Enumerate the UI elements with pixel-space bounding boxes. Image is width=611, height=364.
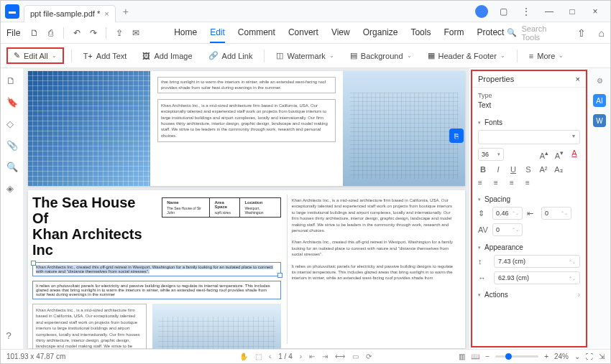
fit-page-icon[interactable]: ▭	[352, 353, 359, 360]
document-canvas[interactable]: that bring sunlight in to warm the inter…	[24, 68, 469, 349]
edit-all-button[interactable]: ✎ Edit All ⌄	[6, 47, 64, 64]
width-input[interactable]: 62.93 (cm)	[494, 271, 580, 284]
line-spacing-input[interactable]: 0.46	[492, 207, 523, 220]
read-mode-icon[interactable]: 📖	[471, 353, 479, 360]
font-family-select[interactable]	[478, 130, 580, 144]
spacing-section[interactable]: Spacing	[478, 192, 580, 207]
align-right-icon[interactable]: ≡	[510, 179, 520, 187]
superscript-button[interactable]: A²	[538, 165, 548, 174]
redo-icon[interactable]: ↷	[86, 26, 100, 40]
close-window-button[interactable]: ×	[587, 6, 603, 17]
header-footer-button[interactable]: ▦ Header & Footer ⌄	[423, 49, 510, 62]
save-icon[interactable]: 🗋	[27, 26, 41, 40]
strike-button[interactable]: S	[523, 165, 533, 174]
add-image-button[interactable]: 🖼 Add Image	[138, 50, 196, 62]
caret-icon[interactable]: ⌄	[574, 353, 580, 360]
copy-badge-icon[interactable]: ⎘	[449, 129, 464, 143]
file-menu[interactable]: File	[6, 28, 20, 38]
actions-section[interactable]: Actions	[478, 291, 508, 299]
text-block[interactable]: Khan Architects Inc., is a mid-sized arc…	[32, 304, 147, 349]
char-spacing-input[interactable]: 0	[492, 223, 523, 236]
search-tools[interactable]: 🔍 Search Tools	[507, 24, 564, 42]
ai-tool-icon[interactable]: AI	[593, 94, 606, 107]
menu-icon[interactable]: ▢	[495, 6, 511, 17]
appearance-section[interactable]: Appearance	[478, 240, 580, 255]
subscript-button[interactable]: A₂	[553, 165, 564, 174]
search-panel-icon[interactable]: 🔍	[6, 162, 18, 173]
add-link-button[interactable]: 🔗 Add Link	[204, 49, 257, 62]
select-tool-icon[interactable]: ⬚	[255, 353, 262, 360]
background-button[interactable]: ▤ Background ⌄	[346, 49, 416, 62]
collapse-icon[interactable]: ⇲	[599, 353, 605, 360]
close-panel-icon[interactable]: ×	[576, 75, 580, 83]
right-column[interactable]: Khan Architects Inc., is a mid-sized arc…	[287, 195, 461, 344]
fit-width-icon[interactable]: ⟷	[335, 353, 345, 360]
text-block[interactable]: It relies on photovoltaic panels for ele…	[32, 281, 281, 299]
italic-button[interactable]: I	[493, 165, 503, 174]
fonts-section[interactable]: Fonts	[478, 115, 580, 130]
tab-tools[interactable]: Tools	[410, 27, 431, 38]
upload-icon[interactable]: ⇧	[577, 27, 586, 39]
font-color-icon[interactable]: A	[569, 149, 580, 160]
tab-convert[interactable]: Convert	[288, 27, 318, 38]
more-button[interactable]: ≡ More ⌄	[525, 50, 568, 62]
decrease-font-icon[interactable]: A▾	[553, 149, 565, 160]
next-page-icon[interactable]: ›	[300, 353, 302, 360]
doc-title-line1[interactable]: The Sea House Of	[32, 195, 155, 226]
help-icon[interactable]: ?	[6, 330, 18, 342]
tab-form[interactable]: Form	[444, 27, 464, 38]
home-icon[interactable]: ⌂	[599, 27, 605, 39]
page-indicator[interactable]: 1 / 4	[278, 353, 292, 360]
minimize-button[interactable]: —	[541, 6, 557, 17]
print-icon[interactable]: ⎙	[44, 26, 58, 40]
tab-view[interactable]: View	[331, 27, 350, 38]
chevron-right-icon[interactable]: ›	[578, 291, 580, 299]
info-table[interactable]: NameThe Sea House of Sir John Area Space…	[162, 197, 280, 218]
bookmarks-icon[interactable]: 🔖	[6, 97, 18, 108]
underline-button[interactable]: U	[508, 165, 518, 174]
text-block[interactable]: Khan Architects Inc., is a mid-sized arc…	[157, 99, 336, 142]
new-tab-button[interactable]: +	[123, 6, 129, 17]
tab-comment[interactable]: Comment	[238, 27, 275, 38]
indent-input[interactable]: 0	[541, 207, 571, 220]
zoom-in-icon[interactable]: +	[544, 353, 548, 360]
layers-icon[interactable]: ◈	[6, 183, 18, 195]
first-page-icon[interactable]: ⇤	[309, 353, 315, 360]
doc-title-line2[interactable]: Khan Architects Inc	[32, 226, 155, 258]
user-avatar-icon[interactable]	[475, 5, 488, 18]
share-icon[interactable]: ⇪	[112, 26, 126, 40]
align-center-icon[interactable]: ≡	[494, 179, 504, 187]
comments-icon[interactable]: ◇	[6, 118, 18, 130]
word-export-icon[interactable]: W	[593, 114, 606, 127]
attachments-icon[interactable]: 📎	[6, 140, 18, 151]
zoom-slider[interactable]	[495, 355, 538, 358]
fullscreen-icon[interactable]: ⛶	[586, 353, 593, 360]
last-page-icon[interactable]: ⇥	[322, 353, 328, 360]
prev-page-icon[interactable]: ‹	[269, 353, 271, 360]
height-input[interactable]: 7.43 (cm)	[494, 255, 580, 268]
zoom-out-icon[interactable]: −	[485, 353, 490, 360]
increase-font-icon[interactable]: A▴	[538, 149, 550, 160]
watermark-button[interactable]: ◫ Watermark ⌄	[272, 49, 338, 62]
selected-text-block[interactable]: Khan Architects Inc., created this off-g…	[32, 262, 281, 276]
settings-icon[interactable]: ⚙	[593, 74, 606, 87]
mail-icon[interactable]: ✉	[129, 26, 142, 40]
view-mode-icon[interactable]: ▥	[459, 353, 465, 360]
align-justify-icon[interactable]: ≡	[525, 179, 536, 187]
close-tab-icon[interactable]: ×	[104, 9, 109, 18]
tab-edit[interactable]: Edit	[210, 27, 225, 43]
add-text-button[interactable]: T+ Add Text	[79, 50, 132, 62]
zoom-value[interactable]: 24%	[554, 353, 569, 360]
tab-protect[interactable]: Protect	[477, 27, 504, 38]
maximize-button[interactable]: □	[564, 6, 580, 17]
kebab-menu-icon[interactable]: ⋮	[518, 6, 534, 17]
font-size-select[interactable]: 36	[478, 148, 504, 161]
align-left-icon[interactable]: ≡	[478, 179, 488, 187]
tab-home[interactable]: Home	[174, 27, 197, 38]
bold-button[interactable]: B	[478, 165, 488, 174]
text-block[interactable]: that bring sunlight in to warm the inter…	[157, 77, 336, 93]
thumbnails-icon[interactable]: 🗋	[6, 75, 18, 87]
undo-icon[interactable]: ↶	[70, 26, 83, 40]
hand-tool-icon[interactable]: ✋	[239, 353, 248, 360]
rotate-icon[interactable]: ⟳	[366, 353, 372, 360]
